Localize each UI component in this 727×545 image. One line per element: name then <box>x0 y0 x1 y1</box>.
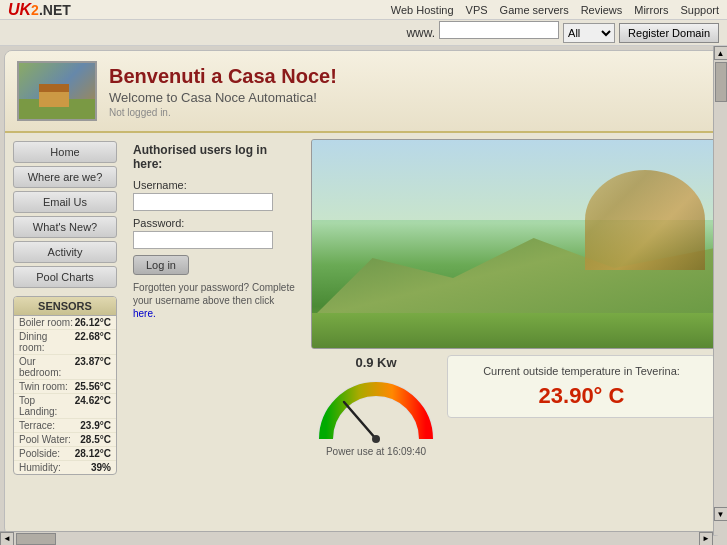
right-column: 0.9 Kw <box>305 133 722 536</box>
sensor-value: 23.87°C <box>75 356 111 378</box>
login-title: Authorised users log in here: <box>133 143 297 171</box>
scroll-thumb-horizontal[interactable] <box>16 533 56 545</box>
sensor-label: Our bedroom: <box>19 356 75 378</box>
sensor-label: Pool Water: <box>19 434 71 445</box>
nav-pool-charts[interactable]: Pool Charts <box>13 266 117 288</box>
sensor-label: Boiler room: <box>19 317 73 328</box>
header-section: Benvenuti a Casa Noce! Welcome to Casa N… <box>5 51 722 133</box>
scroll-down-button[interactable]: ▼ <box>714 507 728 521</box>
header-text: Benvenuti a Casa Noce! Welcome to Casa N… <box>109 65 337 118</box>
temperature-title: Current outside temperature in Teverina: <box>456 364 707 379</box>
sensor-row: Pool Water:28.5°C <box>14 433 116 447</box>
sensor-value: 26.12°C <box>75 317 111 328</box>
sensor-label: Top Landing: <box>19 395 75 417</box>
password-label: Password: <box>133 217 297 229</box>
main-content: Benvenuti a Casa Noce! Welcome to Casa N… <box>4 50 723 536</box>
login-button[interactable]: Log in <box>133 255 189 275</box>
sensor-value: 39% <box>91 462 111 473</box>
nav-activity[interactable]: Activity <box>13 241 117 263</box>
register-domain-button[interactable]: Register Domain <box>619 23 719 43</box>
power-label: 0.9 Kw <box>311 355 441 370</box>
www-label: www. <box>406 26 435 40</box>
sensor-value: 25.56°C <box>75 381 111 392</box>
header-image <box>17 61 97 121</box>
nav-web-hosting[interactable]: Web Hosting <box>391 4 454 16</box>
nav-email-us[interactable]: Email Us <box>13 191 117 213</box>
sensor-row: Top Landing:24.62°C <box>14 394 116 419</box>
sensor-row: Boiler room:26.12°C <box>14 316 116 330</box>
power-gauge: 0.9 Kw <box>311 355 441 457</box>
nav-game-servers[interactable]: Game servers <box>500 4 569 16</box>
sensor-value: 24.62°C <box>75 395 111 417</box>
svg-line-0 <box>344 402 376 439</box>
sensor-label: Poolside: <box>19 448 60 459</box>
sensors-list: Boiler room:26.12°CDining room:22.68°COu… <box>14 316 116 474</box>
forgot-password-link[interactable]: here. <box>133 308 156 319</box>
nav-links: Web Hosting VPS Game servers Reviews Mir… <box>391 4 719 16</box>
sensor-label: Dining room: <box>19 331 75 353</box>
nav-home[interactable]: Home <box>13 141 117 163</box>
sensors-title: SENSORS <box>14 297 116 316</box>
sensor-value: 23.9°C <box>80 420 111 431</box>
domain-input[interactable] <box>439 21 559 39</box>
body-section: Home Where are we? Email Us What's New? … <box>5 133 722 536</box>
logo-two: 2 <box>31 2 39 18</box>
sensor-label: Twin room: <box>19 381 68 392</box>
temperature-box: Current outside temperature in Teverina:… <box>447 355 716 418</box>
forgot-password-text: Forgotten your password? Complete your u… <box>133 281 297 320</box>
nav-where-are-we[interactable]: Where are we? <box>13 166 117 188</box>
svg-point-1 <box>372 435 380 443</box>
domain-bar: www. All .com .co.uk .net .org Register … <box>0 20 727 46</box>
logo-text: UK <box>8 1 31 18</box>
scroll-thumb-vertical[interactable] <box>715 62 727 102</box>
nav-support[interactable]: Support <box>680 4 719 16</box>
nav-vps[interactable]: VPS <box>466 4 488 16</box>
sensors-box: SENSORS Boiler room:26.12°CDining room:2… <box>13 296 117 475</box>
login-status: Not logged in. <box>109 107 337 118</box>
power-time-label: Power use at 16:09:40 <box>311 446 441 457</box>
logo: UK2.NET <box>8 1 71 19</box>
sensor-row: Terrace:23.9°C <box>14 419 116 433</box>
sensor-value: 28.12°C <box>75 448 111 459</box>
page-title: Benvenuti a Casa Noce! <box>109 65 337 88</box>
landscape-image <box>311 139 716 349</box>
landscape-trees <box>585 170 705 270</box>
password-input[interactable] <box>133 231 273 249</box>
sensor-row: Twin room:25.56°C <box>14 380 116 394</box>
sensor-value: 28.5°C <box>80 434 111 445</box>
sensor-row: Our bedroom:23.87°C <box>14 355 116 380</box>
username-input[interactable] <box>133 193 273 211</box>
sensor-label: Humidity: <box>19 462 61 473</box>
nav-mirrors[interactable]: Mirrors <box>634 4 668 16</box>
gauges-row: 0.9 Kw <box>311 355 716 457</box>
scroll-right-button[interactable]: ► <box>699 532 713 546</box>
sensor-value: 22.68°C <box>75 331 111 353</box>
scroll-left-button[interactable]: ◄ <box>0 532 14 546</box>
gauge-svg <box>311 374 441 444</box>
nav-whats-new[interactable]: What's New? <box>13 216 117 238</box>
sensor-row: Poolside:28.12°C <box>14 447 116 461</box>
username-label: Username: <box>133 179 297 191</box>
sensor-row: Humidity:39% <box>14 461 116 474</box>
scrollbar-bottom: ◄ ► <box>0 531 713 545</box>
scrollbar-right: ▲ ▼ <box>713 46 727 535</box>
page-subtitle: Welcome to Casa Noce Automatica! <box>109 90 337 105</box>
sensor-row: Dining room:22.68°C <box>14 330 116 355</box>
nav-reviews[interactable]: Reviews <box>581 4 623 16</box>
top-bar: UK2.NET Web Hosting VPS Game servers Rev… <box>0 0 727 20</box>
scroll-up-button[interactable]: ▲ <box>714 46 728 60</box>
domain-select[interactable]: All .com .co.uk .net .org <box>563 23 615 43</box>
sensor-label: Terrace: <box>19 420 55 431</box>
login-panel: Authorised users log in here: Username: … <box>125 133 305 536</box>
left-column: Home Where are we? Email Us What's New? … <box>5 133 125 536</box>
temperature-value: 23.90° C <box>456 383 707 409</box>
